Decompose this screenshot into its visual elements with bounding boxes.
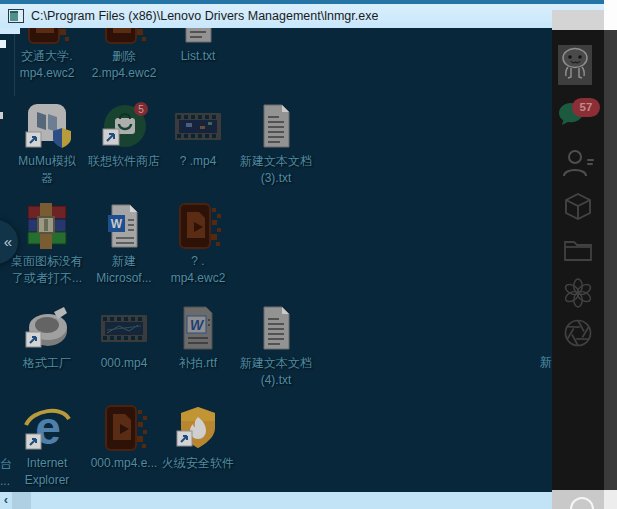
word-document-icon: W bbox=[100, 202, 148, 250]
flower-icon[interactable] bbox=[563, 278, 593, 312]
mp4-video-file-icon bbox=[100, 304, 148, 352]
icon-label: ? .mp4.ewc2 bbox=[158, 253, 238, 287]
format-factory-icon bbox=[23, 304, 71, 352]
desktop-area[interactable]: 交通大学.mp4.ewc2 删除2.mp4.ewc2 List.txt MuMu… bbox=[0, 28, 552, 492]
desktop-icon-000-mp4[interactable]: 000.mp4 bbox=[84, 304, 164, 372]
edge-fragment bbox=[0, 112, 3, 119]
ewc2-video-file-icon bbox=[23, 28, 71, 45]
window-title: C:\Program Files (x86)\Lenovo Drivers Ma… bbox=[31, 9, 378, 23]
sidebar-top-bar bbox=[552, 10, 604, 30]
desktop-icon-shanchu-video[interactable]: 删除2.mp4.ewc2 bbox=[84, 28, 164, 82]
bottom-bar-corner bbox=[604, 490, 617, 509]
desktop-icon-new-word-doc[interactable]: W 新建Microsof... bbox=[84, 202, 164, 287]
icon-label: List.txt bbox=[158, 48, 238, 65]
scroll-left-arrow[interactable]: ‹ bbox=[0, 492, 12, 509]
desktop-icon-new-text-3[interactable]: 新建文本文档(3).txt bbox=[236, 102, 316, 187]
mumu-emulator-icon bbox=[23, 102, 71, 150]
svg-text:W: W bbox=[111, 217, 123, 231]
desktop-icon-bupai-rtf[interactable]: W 补拍.rtf bbox=[158, 304, 238, 372]
text-file-icon bbox=[174, 28, 222, 45]
store-badge: 5 bbox=[138, 104, 144, 115]
desktop-icon-winrar-archive[interactable]: 桌面图标没有了或者打不... bbox=[7, 202, 87, 287]
titlebar-fragment bbox=[0, 28, 20, 34]
icon-label: 联想软件商店 bbox=[84, 153, 164, 170]
partial-circle-icon[interactable] bbox=[570, 497, 594, 509]
huorong-security-icon bbox=[174, 404, 222, 452]
icon-label: 新建Microsof... bbox=[84, 253, 164, 287]
text-file-icon bbox=[252, 102, 300, 150]
contacts-icon[interactable] bbox=[560, 146, 594, 184]
sidebar-bottom-bar bbox=[552, 490, 604, 509]
mp4-video-file-icon bbox=[174, 102, 222, 150]
icon-label: 火绒安全软件 bbox=[158, 455, 238, 472]
desktop-icon-list-txt[interactable]: List.txt bbox=[158, 28, 238, 65]
icon-label: 000.mp4.e... bbox=[84, 455, 164, 472]
icon-label: 新建文本文档(3).txt bbox=[236, 153, 316, 187]
desktop-icon-lenovo-store[interactable]: 5 联想软件商店 bbox=[84, 102, 164, 170]
unread-badge: 57 bbox=[572, 98, 600, 117]
desktop-icon-jiaotong-video[interactable]: 交通大学.mp4.ewc2 bbox=[7, 28, 87, 82]
screen: 交通大学.mp4.ewc2 删除2.mp4.ewc2 List.txt MuMu… bbox=[0, 0, 617, 509]
winrar-archive-icon bbox=[23, 202, 71, 250]
svg-text:W: W bbox=[190, 317, 205, 333]
icon-label: 交通大学.mp4.ewc2 bbox=[7, 48, 87, 82]
icon-label: 格式工厂 bbox=[7, 355, 87, 372]
chevron-left-icon: « bbox=[4, 233, 12, 250]
avatar[interactable] bbox=[558, 45, 592, 85]
icon-label: 新建文本文档(4).txt bbox=[236, 355, 316, 389]
icon-label: 桌面图标没有了或者打不... bbox=[7, 253, 87, 287]
ewc2-video-file-icon bbox=[100, 404, 148, 452]
desktop-icon-unknown-ewc2[interactable]: ? .mp4.ewc2 bbox=[158, 202, 238, 287]
horizontal-scrollbar[interactable]: ‹ bbox=[0, 492, 552, 509]
clipped-icon-label-right: 新 bbox=[540, 354, 552, 371]
icon-label: MuMu模拟器 bbox=[7, 153, 87, 187]
text-file-icon bbox=[252, 304, 300, 352]
desktop-icon-huorong[interactable]: 火绒安全软件 bbox=[158, 404, 238, 472]
console-window-icon bbox=[8, 8, 24, 24]
aperture-icon[interactable] bbox=[563, 318, 593, 352]
desktop-icon-mumu[interactable]: MuMu模拟器 bbox=[7, 102, 87, 187]
desktop-icon-format-factory[interactable]: 格式工厂 bbox=[7, 304, 87, 372]
desktop-icon-new-text-4[interactable]: 新建文本文档(4).txt bbox=[236, 304, 316, 389]
edge-line-fragment bbox=[14, 34, 15, 96]
folder-icon[interactable] bbox=[563, 237, 593, 267]
lenovo-store-icon: 5 bbox=[100, 102, 148, 150]
rtf-document-icon: W bbox=[174, 304, 222, 352]
background-window-corner bbox=[604, 0, 617, 30]
sidebar-scroll-strip[interactable] bbox=[604, 30, 617, 490]
desktop-icon-internet-explorer[interactable]: e InternetExplorer bbox=[7, 404, 87, 489]
icon-label: 补拍.rtf bbox=[158, 355, 238, 372]
icon-label: 000.mp4 bbox=[84, 355, 164, 372]
ewc2-video-file-icon bbox=[100, 28, 148, 45]
cube-icon[interactable] bbox=[563, 192, 593, 226]
desktop-icon-000-ewc2[interactable]: 000.mp4.e... bbox=[84, 404, 164, 472]
clipped-icon-label-left: 台... bbox=[0, 456, 18, 490]
desktop-icon-unknown-mp4[interactable]: ? .mp4 bbox=[158, 102, 238, 170]
scrollbar-thumb[interactable] bbox=[12, 492, 31, 509]
icon-label: 删除2.mp4.ewc2 bbox=[84, 48, 164, 82]
icon-label: ? .mp4 bbox=[158, 153, 238, 170]
console-titlebar[interactable]: C:\Program Files (x86)\Lenovo Drivers Ma… bbox=[0, 4, 604, 28]
internet-explorer-icon: e bbox=[23, 404, 71, 452]
icon-label: InternetExplorer bbox=[7, 455, 87, 489]
ewc2-video-file-icon bbox=[174, 202, 222, 250]
edge-fragment bbox=[0, 40, 6, 48]
